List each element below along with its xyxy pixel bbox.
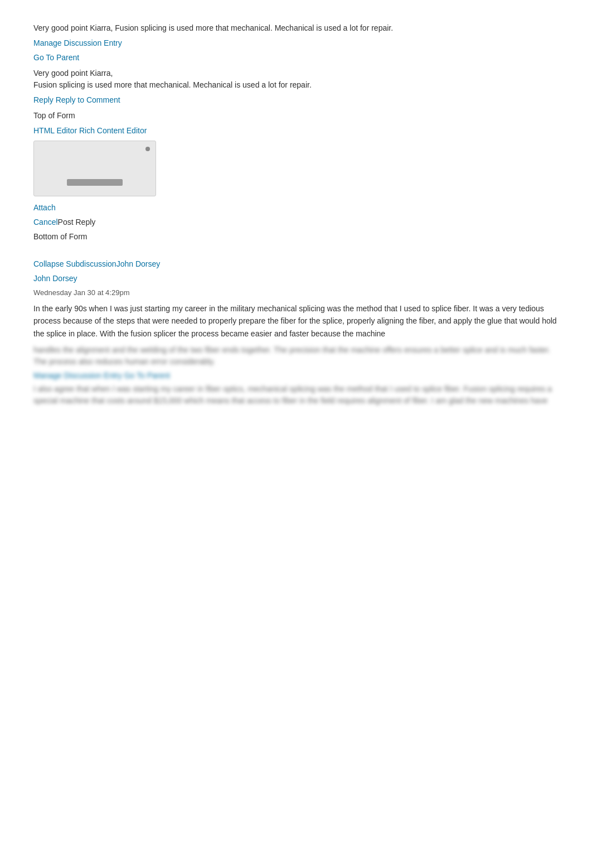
cancel-link[interactable]: Cancel <box>33 218 58 226</box>
manage-discussion-link[interactable]: Manage Discussion Entry <box>33 38 122 47</box>
collapse-subdiscussion-link[interactable]: Collapse Subdiscussion <box>33 259 117 268</box>
go-to-parent-section: Go To Parent <box>33 53 559 62</box>
form-bottom-label: Bottom of Form <box>33 231 559 243</box>
author-section: John Dorsey <box>33 274 559 283</box>
intro-text: Very good point Kiarra, Fusion splicing … <box>33 23 393 32</box>
manage-discussion-section: Manage Discussion Entry <box>33 38 559 47</box>
rich-text-editor[interactable] <box>33 141 156 196</box>
blurred-quote: I also agree that when I was starting my… <box>33 383 559 407</box>
attach-link[interactable]: Attach <box>33 203 56 212</box>
attach-section: Attach <box>33 203 559 212</box>
editor-container <box>33 141 559 196</box>
collapse-subdiscussion-row: Collapse SubdiscussionJohn Dorsey <box>33 259 559 268</box>
quote-line1: Very good point Kiarra, <box>33 67 559 79</box>
html-editor-link[interactable]: HTML Editor <box>33 126 77 135</box>
editor-links-section: HTML Editor Rich Content Editor <box>33 126 559 135</box>
quote-line2: Fusion splicing is used more that mechan… <box>33 79 559 91</box>
reply-to-comment-link[interactable]: Reply to Comment <box>56 95 120 104</box>
author-link[interactable]: John Dorsey <box>33 274 77 283</box>
body-text: In the early 90s when I was just startin… <box>33 304 557 338</box>
quote-block: Very good point Kiarra, Fusion splicing … <box>33 67 559 91</box>
go-to-parent-link[interactable]: Go To Parent <box>33 53 79 62</box>
blurred-goto-link: Go To Parent <box>124 371 170 380</box>
form-top-label: Top of Form <box>33 110 559 122</box>
blurred-paragraph: handles the alignment and the welding of… <box>33 344 559 368</box>
timestamp-section: Wednesday Jan 30 at 4:29pm <box>33 288 559 297</box>
collapse-author-link[interactable]: John Dorsey <box>117 259 161 268</box>
reply-section: Reply Reply to Comment <box>33 95 559 104</box>
form-actions: CancelPost Reply <box>33 218 559 226</box>
subdiscussion-section: Collapse SubdiscussionJohn Dorsey John D… <box>33 259 559 407</box>
rich-content-editor-link[interactable]: Rich Content Editor <box>79 126 147 135</box>
body-paragraph: In the early 90s when I was just startin… <box>33 302 559 340</box>
editor-dot-icon <box>145 147 150 151</box>
intro-paragraph: Very good point Kiarra, Fusion splicing … <box>33 22 559 34</box>
timestamp-text: Wednesday Jan 30 at 4:29pm <box>33 288 130 297</box>
blurred-manage-link: Manage Discussion Entry <box>33 371 122 380</box>
reply-link[interactable]: Reply <box>33 95 54 104</box>
post-reply-label: Post Reply <box>58 218 96 226</box>
